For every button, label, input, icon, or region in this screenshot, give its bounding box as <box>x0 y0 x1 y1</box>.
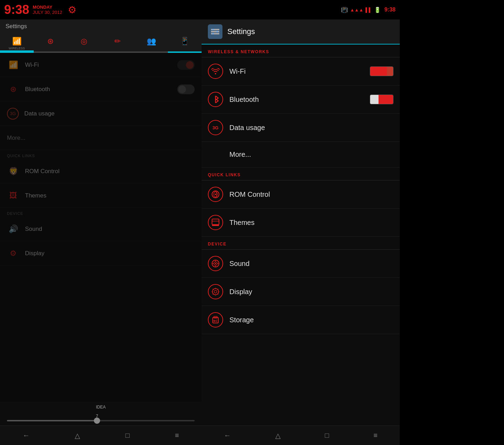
left-item-more[interactable]: More... <box>0 126 202 150</box>
wifi-tab-icon: 📶 <box>12 37 22 46</box>
left-item-display[interactable]: ⚙ Display <box>0 241 202 266</box>
seek-track[interactable] <box>7 420 195 421</box>
gear-icon[interactable]: ⚙ <box>68 4 76 16</box>
right-sound-icon <box>208 256 223 271</box>
wifi-icon: 📶 <box>7 59 19 71</box>
sound-icon: 🔊 <box>7 223 19 235</box>
right-rom-label: ROM Control <box>229 191 393 199</box>
right-menu-button[interactable]: ≡ <box>373 431 377 439</box>
right-item-sound[interactable]: Sound <box>202 250 400 278</box>
svg-rect-1 <box>211 31 219 32</box>
left-more-label: More... <box>7 135 195 141</box>
right-item-rom[interactable]: ROM Control <box>202 180 400 209</box>
left-date-block: MONDAY JULY 30, 2012 <box>33 5 62 15</box>
svg-point-3 <box>212 29 214 30</box>
left-item-data[interactable]: 3G Data usage <box>0 102 202 126</box>
right-themes-label: Themes <box>229 219 393 227</box>
right-bluetooth-label: Bluetooth <box>229 96 370 104</box>
section-device: DEVICE <box>202 237 400 250</box>
right-item-data[interactable]: 3G Data usage <box>202 114 400 142</box>
right-themes-icon <box>208 215 223 230</box>
accounts-tab-icon: 👥 <box>147 37 156 46</box>
right-recents-button[interactable]: □ <box>325 431 329 439</box>
signal-icon: ▲▲▲ <box>350 7 364 13</box>
left-themes-label: Themes <box>25 192 195 199</box>
left-item-sound[interactable]: 🔊 Sound <box>0 217 202 241</box>
right-home-button[interactable]: △ <box>275 431 281 440</box>
seek-label: IDEA <box>7 405 195 410</box>
right-settings-list: WIRELESS & NETWORKS Wi-Fi <box>202 44 400 426</box>
bluetooth-toggle-switch[interactable] <box>370 95 393 104</box>
svg-rect-10 <box>212 225 219 226</box>
tab-input[interactable]: ✏ <box>101 33 135 51</box>
right-item-more[interactable]: More... <box>202 142 400 168</box>
bluetooth-tab-icon: ⊛ <box>47 37 54 46</box>
right-bluetooth-icon <box>208 92 223 107</box>
right-wifi-icon <box>208 64 223 79</box>
left-section-device: DEVICE <box>0 208 202 217</box>
tab-phone[interactable]: 📱 <box>168 33 202 51</box>
left-sound-label: Sound <box>25 226 195 233</box>
left-item-themes[interactable]: 🖼 Themes <box>0 184 202 208</box>
left-status-bar: 9:38 MONDAY JULY 30, 2012 ⚙ <box>0 0 202 19</box>
right-nav-bar: ← △ □ ≡ <box>202 426 400 445</box>
home-button[interactable]: △ <box>75 431 80 440</box>
data-usage-icon: 3G <box>7 108 19 120</box>
left-item-bluetooth[interactable]: ⊛ Bluetooth <box>0 77 202 102</box>
wifi-status-icon: ▌▌ <box>366 7 372 13</box>
left-section-quicklinks: QUICK LINKS <box>0 150 202 159</box>
menu-button[interactable]: ≡ <box>175 431 179 439</box>
right-app-header: Settings <box>202 19 400 44</box>
back-button[interactable]: ← <box>23 431 30 439</box>
right-item-storage[interactable]: Storage <box>202 306 400 334</box>
right-storage-label: Storage <box>229 316 393 324</box>
display-icon: ⚙ <box>7 247 19 260</box>
left-rom-label: ROM Control <box>25 168 195 175</box>
left-date: JULY 30, 2012 <box>33 10 62 15</box>
right-item-wifi[interactable]: Wi-Fi <box>202 57 400 86</box>
phone-tab-icon: 📱 <box>180 37 189 46</box>
right-app-title: Settings <box>227 27 255 36</box>
left-data-label: Data usage <box>24 110 195 117</box>
right-item-bluetooth[interactable]: Bluetooth <box>202 86 400 114</box>
tab-location[interactable]: ◎ <box>67 33 101 51</box>
svg-point-18 <box>214 320 215 322</box>
tab-wireless-label: WIRELESS <box>9 47 25 50</box>
battery-icon: 🔋 <box>374 7 381 13</box>
left-item-romcontrol[interactable]: 🦁 ROM Control <box>0 159 202 184</box>
wifi-toggle-switch[interactable] <box>370 66 393 76</box>
tab-wireless[interactable]: 📶 WIRELESS <box>0 33 34 51</box>
rom-control-icon: 🦁 <box>7 165 19 178</box>
recents-button[interactable]: □ <box>125 431 130 439</box>
left-day: MONDAY <box>33 5 62 10</box>
wifi-toggle[interactable] <box>177 60 195 70</box>
section-quick-links: QUICK LINKS <box>202 168 400 180</box>
left-settings-title: Settings <box>6 23 27 30</box>
bluetooth-icon: ⊛ <box>7 83 19 96</box>
right-data-icon: 3G <box>208 120 223 135</box>
right-more-label: More... <box>208 151 393 159</box>
svg-rect-0 <box>211 29 219 30</box>
right-display-icon <box>208 284 223 299</box>
right-storage-icon <box>208 312 223 327</box>
left-item-wifi[interactable]: 📶 Wi-Fi <box>0 53 202 77</box>
right-item-themes[interactable]: Themes <box>202 209 400 237</box>
right-time: 9:38 <box>384 7 396 13</box>
left-app-header: Settings <box>0 19 202 33</box>
right-back-button[interactable]: ← <box>224 431 231 439</box>
seek-fill <box>7 420 97 421</box>
app-icon <box>208 24 222 39</box>
right-item-display[interactable]: Display <box>202 278 400 306</box>
left-time: 9:38 <box>4 3 29 16</box>
left-panel: 9:38 MONDAY JULY 30, 2012 ⚙ Settings 📶 W… <box>0 0 202 445</box>
left-nav-bar: ← △ □ ≡ <box>0 426 202 445</box>
left-display-label: Display <box>25 250 195 257</box>
tab-accounts[interactable]: 👥 <box>135 33 168 51</box>
seek-value: 7 <box>96 414 98 419</box>
themes-icon: 🖼 <box>7 189 19 202</box>
bluetooth-toggle[interactable] <box>177 84 195 94</box>
right-panel: 📳 ▲▲▲ ▌▌ 🔋 9:38 Settings WIRELESS & NETW… <box>202 0 400 445</box>
right-display-label: Display <box>229 288 393 296</box>
tab-bluetooth[interactable]: ⊛ <box>34 33 67 51</box>
svg-point-5 <box>212 33 214 34</box>
